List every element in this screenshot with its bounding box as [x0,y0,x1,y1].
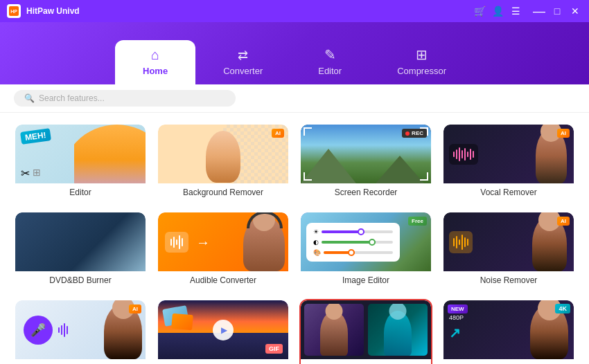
screen-recorder-label: Screen Recorder [301,183,431,200]
titlebar-controls: 🛒 👤 ☰ — □ ✕ [473,4,582,18]
feature-video-to-gif[interactable]: ▶ GIF Video to GIF [157,299,290,364]
tab-compressor[interactable]: ⊞ Compressor [369,39,474,84]
feature-speech-to-text[interactable]: 🎤 AI Speech to Text [14,299,147,364]
noise-remover-thumbnail: AI [443,212,574,271]
video-enhancer-label: Video Enhancer [443,359,574,364]
corner-tr [420,127,428,136]
titlebar: HP HitPaw Univd 🛒 👤 ☰ — □ ✕ [0,0,589,22]
menu-icon[interactable]: ☰ [509,4,522,18]
feature-image-editor[interactable]: ☀ ◐ 🎨 [299,211,432,289]
video-to-gif-label: Video to GIF [158,359,288,364]
ai-badge-speech: AI [129,304,141,313]
home-icon: ⌂ [151,47,159,63]
logo-text: HP [10,9,17,14]
feature-screen-recorder[interactable]: REC Screen Recorder [299,123,432,201]
image-editor-label: Image Editor [301,271,431,288]
editor-nav-icon: ✎ [324,46,336,63]
compressor-icon: ⊞ [416,46,428,63]
screen-recorder-thumbnail: REC [301,125,431,183]
feature-vocal-remover[interactable]: AI Vocal Remover [442,123,575,201]
noise-remover-label: Noise Remover [443,271,574,288]
vocal-remover-thumbnail: AI [443,125,574,183]
app-logo: HP [7,4,21,18]
dvd-burner-thumbnail: DVD [15,212,146,271]
tab-home[interactable]: ⌂ Home [115,40,195,84]
ai-badge-bg-remover: AI [272,129,284,138]
editor-label: Editor [15,183,146,200]
speech-to-text-label: Speech to Text [15,359,146,364]
user-icon[interactable]: 👤 [491,4,504,18]
feature-noise-remover[interactable]: AI Noise Remover [442,211,575,289]
tab-editor[interactable]: ✎ Editor [290,39,369,84]
2d-to-3d-thumbnail [301,300,431,359]
vocal-remover-label: Vocal Remover [443,183,574,200]
corner-bl [304,172,312,181]
search-box[interactable]: 🔍 Search features... [14,90,236,107]
converter-icon: ⇄ [238,48,248,63]
image-editor-thumbnail: ☀ ◐ 🎨 [301,212,431,271]
free-badge-image-editor: Free [408,217,427,226]
tab-home-label: Home [143,66,168,76]
close-button[interactable]: ✕ [568,4,582,18]
tab-converter[interactable]: ⇄ Converter [195,41,290,84]
new-badge-enhancer: NEW [448,304,468,313]
tab-editor-label: Editor [318,66,342,76]
app-title: HitPaw Univd [26,6,80,16]
editor-thumbnail: MEH! ✂ ⊞ [15,125,146,183]
titlebar-left: HP HitPaw Univd [7,4,80,18]
speech-to-text-thumbnail: 🎤 AI [15,300,146,359]
feature-editor[interactable]: MEH! ✂ ⊞ Editor [14,123,147,201]
corner-tl [304,127,312,136]
rec-dot [405,131,410,136]
search-placeholder: Search features... [39,93,105,103]
2d-to-3d-label: 2D Video to 3D [301,359,431,364]
bg-remover-label: Background Remover [158,183,288,200]
feature-grid: MEH! ✂ ⊞ Editor AI Background Remover [14,123,575,364]
search-area: 🔍 Search features... [0,84,589,113]
ai-badge-vocal: AI [557,129,570,138]
nav-tabs: ⌂ Home ⇄ Converter ✎ Editor ⊞ Compressor [0,39,589,84]
navbar: ⌂ Home ⇄ Converter ✎ Editor ⊞ Compressor [0,22,589,84]
main-content: MEH! ✂ ⊞ Editor AI Background Remover [0,113,589,364]
tab-converter-label: Converter [223,66,263,76]
gif-badge: GIF [265,344,283,354]
maximize-button[interactable]: □ [550,4,564,18]
video-enhancer-thumbnail: ↗ 480P 4K NEW [443,300,574,359]
dvd-burner-label: DVD&BD Burner [15,271,146,288]
app-logo-inner: HP [9,6,19,16]
cart-icon[interactable]: 🛒 [473,4,486,18]
feature-audible-converter[interactable]: → Audible Converter [157,211,290,289]
tab-compressor-label: Compressor [397,66,446,76]
video-to-gif-thumbnail: ▶ GIF [158,300,288,359]
audible-converter-thumbnail: → [158,212,288,271]
feature-video-enhancer[interactable]: ↗ 480P 4K NEW Video Enhancer [442,299,575,364]
feature-bg-remover[interactable]: AI Background Remover [157,123,290,201]
minimize-button[interactable]: — [532,4,546,18]
feature-dvd-burner[interactable]: DVD DVD&BD Burner [14,211,147,289]
bg-remover-thumbnail: AI [158,125,288,183]
ai-badge-noise: AI [557,217,570,226]
audible-converter-label: Audible Converter [158,271,288,288]
corner-br [420,172,428,181]
search-icon: 🔍 [24,93,35,103]
feature-2d-to-3d[interactable]: 2D Video to 3D [299,299,432,364]
